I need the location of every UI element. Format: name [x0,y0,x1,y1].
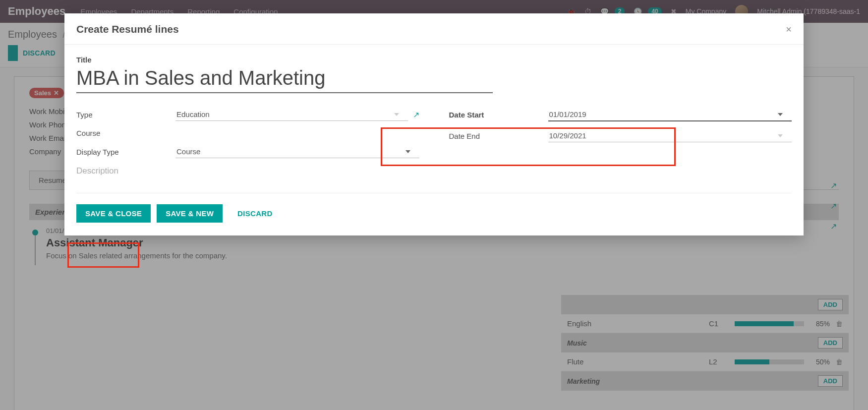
label-display-type: Display Type [76,148,175,156]
discard-button[interactable]: DISCARD [229,204,281,223]
display-type-value: Course [176,147,200,156]
date-start-value: 01/01/2019 [549,110,586,118]
date-end-value: 10/29/2021 [549,131,586,140]
title-input[interactable] [76,67,493,89]
modal-right-column: Date Start 01/01/2019 Date End 10/29/202… [449,108,792,188]
modal-left-column: Type Education ↗ Course Display Type Cou… [76,108,419,188]
label-course: Course [76,129,175,137]
modal-footer: SAVE & CLOSE SAVE & NEW DISCARD [64,193,804,226]
chevron-down-icon [405,150,410,153]
date-start-input[interactable]: 01/01/2019 [548,108,792,121]
chevron-down-icon [778,113,783,116]
description-input[interactable]: Description [76,166,419,176]
label-date-start: Date Start [449,111,548,119]
display-type-select[interactable]: Course [175,145,419,158]
save-close-button[interactable]: SAVE & CLOSE [76,204,151,223]
chevron-down-icon [778,134,783,137]
title-input-wrap [76,66,493,93]
label-date-end: Date End [449,132,548,140]
modal-body: Title Type Education ↗ Course Display [64,45,804,193]
date-end-input[interactable]: 10/29/2021 [548,129,792,142]
resume-line-modal: Create Resumé lines × Title Type Educati… [64,13,804,235]
modal-header: Create Resumé lines × [64,13,804,45]
close-icon[interactable]: × [786,24,792,35]
label-title: Title [76,56,792,64]
chevron-down-icon [394,113,399,116]
type-select[interactable]: Education [175,108,408,121]
save-new-button[interactable]: SAVE & NEW [157,204,223,223]
modal-title: Create Resumé lines [76,23,179,35]
label-type: Type [76,111,175,119]
external-link-icon[interactable]: ↗ [413,110,419,119]
type-value: Education [176,110,210,118]
